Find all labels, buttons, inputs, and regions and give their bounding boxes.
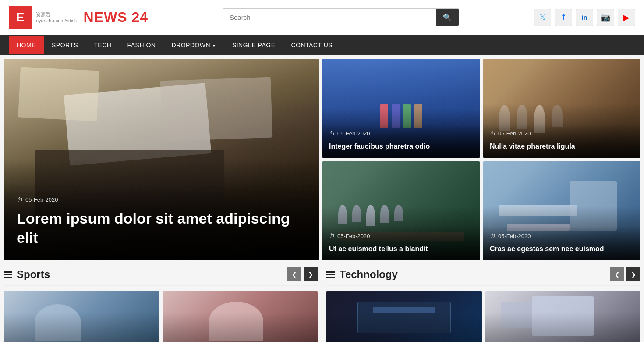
technology-next-button[interactable]: ❯: [626, 267, 640, 281]
linkedin-icon[interactable]: in: [576, 9, 593, 26]
technology-section-header: Technology ❮ ❯: [326, 267, 640, 286]
technology-card-1[interactable]: [326, 291, 482, 342]
featured-title: Lorem ipsum dolor sit amet adipiscing el…: [17, 209, 306, 247]
card-conference[interactable]: ⏱ 05-Feb-2020 Ut ac euismod tellus a bla…: [322, 161, 480, 260]
sports-nav-arrows: ❮ ❯: [287, 267, 318, 281]
logo-text-area: 资源君 eyunzhu.com/vdisk: [36, 11, 77, 23]
facebook-icon[interactable]: f: [555, 9, 572, 26]
clock-icon-2: ⏱: [490, 130, 495, 137]
logo-title: NEWS 24: [84, 9, 148, 25]
youtube-icon[interactable]: ▶: [618, 9, 635, 26]
card-runners-date-text: 05-Feb-2020: [337, 130, 370, 137]
sports-prev-button[interactable]: ❮: [287, 267, 301, 281]
sports-card-1[interactable]: [4, 291, 159, 342]
logo-domain: eyunzhu.com/vdisk: [36, 18, 77, 23]
search-bar: 🔍: [223, 8, 459, 26]
main-content: ⏱ 05-Feb-2020 Lorem ipsum dolor sit amet…: [0, 55, 644, 264]
nav-item-contact-us[interactable]: CONTACT US: [283, 36, 340, 54]
sports-section: Sports ❮ ❯: [4, 267, 318, 342]
logo-title-num: 24: [131, 9, 148, 25]
header: E 资源君 eyunzhu.com/vdisk NEWS 24 🔍 𝕏 f in…: [0, 0, 644, 35]
technology-title-text: Technology: [340, 268, 398, 281]
nav-item-dropdown[interactable]: DROPDOWN: [163, 36, 224, 54]
search-icon: 🔍: [443, 14, 452, 21]
lines-icon-tech: [326, 271, 335, 278]
card-meeting1-title: Nulla vitae pharetra ligula: [490, 142, 634, 151]
card-runners[interactable]: ⏱ 05-Feb-2020 Integer faucibus pharetra …: [322, 59, 480, 158]
twitter-icon[interactable]: 𝕏: [534, 9, 551, 26]
logo-letter: E: [9, 6, 32, 29]
sports-section-title: Sports: [4, 268, 50, 281]
card-runners-date: ⏱ 05-Feb-2020: [329, 130, 473, 137]
card-meeting1-overlay: ⏱ 05-Feb-2020 Nulla vitae pharetra ligul…: [483, 124, 640, 158]
sections-row: Sports ❮ ❯: [0, 264, 644, 342]
sports-title-text: Sports: [17, 268, 50, 281]
clock-icon-3: ⏱: [329, 233, 335, 239]
search-button[interactable]: 🔍: [436, 9, 459, 26]
logo-letter-text: E: [16, 11, 25, 25]
technology-section: Technology ❮ ❯: [326, 267, 640, 342]
featured-card[interactable]: ⏱ 05-Feb-2020 Lorem ipsum dolor sit amet…: [4, 59, 319, 260]
technology-prev-button[interactable]: ❮: [610, 267, 624, 281]
technology-section-title: Technology: [326, 268, 398, 281]
card-conference-date-text: 05-Feb-2020: [337, 233, 370, 239]
featured-overlay: ⏱ 05-Feb-2020 Lorem ipsum dolor sit amet…: [4, 183, 319, 260]
navbar: HOME SPORTS TECH FASHION DROPDOWN SINGLE…: [0, 35, 644, 55]
technology-card-2[interactable]: [485, 291, 641, 342]
lines-icon-sports: [4, 271, 12, 278]
card-tech-overlay: ⏱ 05-Feb-2020 Cras ac egestas sem nec eu…: [483, 226, 640, 260]
card-runners-title: Integer faucibus pharetra odio: [329, 142, 473, 151]
nav-item-home[interactable]: HOME: [9, 36, 44, 54]
featured-date: ⏱ 05-Feb-2020: [17, 196, 306, 203]
card-meeting1[interactable]: ⏱ 05-Feb-2020 Nulla vitae pharetra ligul…: [483, 59, 640, 158]
sports-next-button[interactable]: ❯: [304, 267, 318, 281]
logo-area: E 资源君 eyunzhu.com/vdisk NEWS 24: [9, 6, 148, 29]
right-grid: ⏱ 05-Feb-2020 Integer faucibus pharetra …: [322, 59, 640, 260]
card-conference-date: ⏱ 05-Feb-2020: [329, 233, 473, 239]
card-tech-date: ⏱ 05-Feb-2020: [490, 233, 634, 239]
technology-nav-arrows: ❮ ❯: [610, 267, 640, 281]
nav-item-single-page[interactable]: SINGLE PAGE: [224, 36, 283, 54]
card-conference-overlay: ⏱ 05-Feb-2020 Ut ac euismod tellus a bla…: [322, 226, 480, 260]
featured-date-text: 05-Feb-2020: [25, 196, 58, 203]
card-meeting1-date-text: 05-Feb-2020: [498, 130, 531, 137]
logo-subtext: 资源君: [36, 11, 77, 18]
instagram-icon[interactable]: 📷: [597, 9, 614, 26]
social-icons: 𝕏 f in 📷 ▶: [534, 9, 635, 26]
card-runners-overlay: ⏱ 05-Feb-2020 Integer faucibus pharetra …: [322, 124, 480, 158]
card-meeting1-date: ⏱ 05-Feb-2020: [490, 130, 634, 137]
card-conference-title: Ut ac euismod tellus a blandit: [329, 245, 473, 254]
sports-card-2[interactable]: [163, 291, 318, 342]
card-tech[interactable]: ⏱ 05-Feb-2020 Cras ac egestas sem nec eu…: [483, 161, 640, 260]
clock-icon-1: ⏱: [329, 130, 335, 137]
nav-item-sports[interactable]: SPORTS: [44, 36, 86, 54]
search-input[interactable]: [223, 9, 436, 25]
clock-icon-4: ⏱: [490, 233, 495, 239]
card-tech-title: Cras ac egestas sem nec euismod: [490, 245, 634, 254]
nav-item-fashion[interactable]: FASHION: [119, 36, 163, 54]
logo-title-pre: NEWS: [84, 9, 127, 25]
card-tech-date-text: 05-Feb-2020: [498, 233, 531, 239]
technology-cards: [326, 291, 640, 342]
clock-icon: ⏱: [17, 196, 23, 203]
sports-section-header: Sports ❮ ❯: [4, 267, 318, 286]
sports-cards: [4, 291, 318, 342]
nav-item-tech[interactable]: TECH: [86, 36, 119, 54]
